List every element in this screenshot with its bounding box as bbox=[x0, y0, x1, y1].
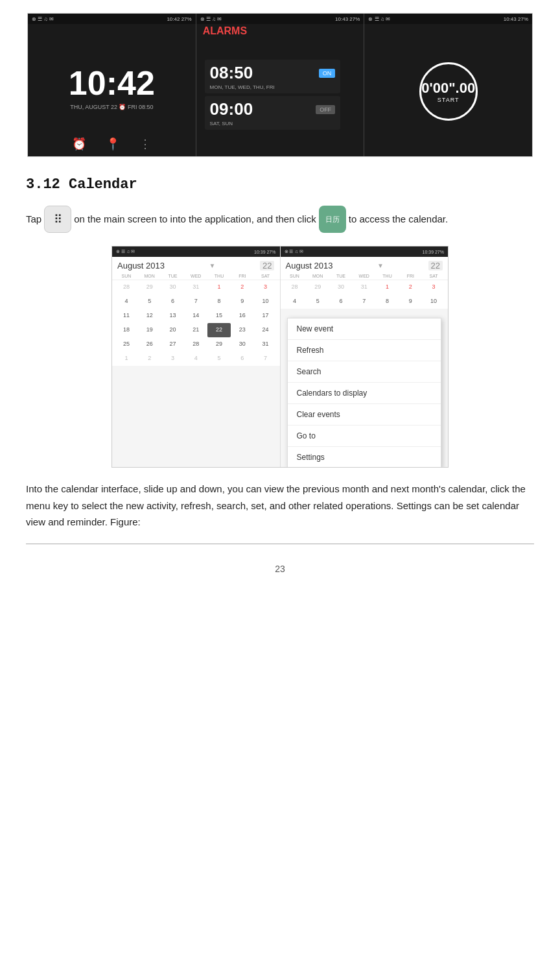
table-row[interactable]: 10 bbox=[422, 294, 445, 309]
table-row[interactable]: 29 bbox=[138, 280, 161, 294]
table-row[interactable]: 16 bbox=[231, 309, 254, 323]
table-row[interactable]: 1 bbox=[115, 352, 138, 366]
cal2-dropdown-icon: ▼ bbox=[377, 262, 384, 269]
table-row[interactable]: 30 bbox=[161, 280, 185, 294]
today-cell[interactable]: 22 bbox=[207, 323, 231, 337]
intro-paragraph: Tap ⠿ on the main screen to into the app… bbox=[26, 206, 534, 233]
app-launcher-icon[interactable]: ⠿ bbox=[44, 206, 71, 233]
menu-item-go-to[interactable]: Go to bbox=[288, 426, 441, 447]
cal2-day-number: 22 bbox=[428, 261, 443, 270]
table-row[interactable]: 25 bbox=[115, 337, 138, 352]
cal2-status-bar: ⊗ ☰ ♫ ✉ 10:39 27% bbox=[281, 246, 449, 257]
table-row[interactable]: 3 bbox=[422, 280, 445, 294]
table-row[interactable]: 29 bbox=[306, 280, 329, 294]
cal2-day-sun: SUN bbox=[283, 272, 307, 280]
table-row[interactable]: 17 bbox=[254, 309, 277, 323]
table-row[interactable]: 28 bbox=[184, 337, 207, 352]
table-row[interactable]: 5 bbox=[138, 294, 161, 309]
table-row[interactable]: 5 bbox=[207, 352, 231, 366]
calendar-screen-1: ⊗ ☰ ♫ ✉ 10:39 27% August 2013 ▼ 22 SUN M… bbox=[112, 246, 281, 467]
cal2-header: August 2013 ▼ 22 bbox=[281, 257, 449, 272]
table-row[interactable]: 6 bbox=[161, 294, 185, 309]
table-row[interactable]: 1 bbox=[376, 280, 399, 294]
cal1-header: August 2013 ▼ 22 bbox=[112, 257, 280, 272]
table-row[interactable]: 27 bbox=[161, 337, 185, 352]
table-row[interactable]: 4 bbox=[283, 294, 307, 309]
table-row[interactable]: 3 bbox=[254, 280, 277, 294]
cal1-status-right: 10:39 27% bbox=[254, 250, 275, 254]
table-row[interactable]: 15 bbox=[207, 309, 231, 323]
table-row[interactable]: 23 bbox=[231, 323, 254, 337]
table-row[interactable]: 7 bbox=[184, 294, 207, 309]
menu-item-refresh[interactable]: Refresh bbox=[288, 340, 441, 361]
table-row[interactable]: 30 bbox=[231, 337, 254, 352]
table-row[interactable]: 11 bbox=[115, 309, 138, 323]
table-row[interactable]: 4 bbox=[115, 294, 138, 309]
table-row[interactable]: 31 bbox=[184, 280, 207, 294]
cal1-day-number: 22 bbox=[260, 261, 274, 270]
intro-text-after: to access the calendar. bbox=[349, 211, 448, 228]
alarm-1-toggle[interactable]: ON bbox=[319, 69, 336, 78]
alarm-1-time: 08:50 bbox=[210, 63, 253, 83]
table-row[interactable]: 10 bbox=[254, 294, 277, 309]
alarm-screen: ⊗ ☰ ♫ ✉ 10:43 27% ALARMS 08:50 ON MON, T… bbox=[196, 14, 365, 156]
table-row[interactable]: 24 bbox=[254, 323, 277, 337]
table-row[interactable]: 7 bbox=[254, 352, 277, 366]
cal1-dropdown-icon: ▼ bbox=[209, 262, 216, 269]
table-row[interactable]: 7 bbox=[353, 294, 376, 309]
cal1-day-sat: SAT bbox=[254, 272, 277, 280]
table-row[interactable]: 2 bbox=[399, 280, 422, 294]
table-row[interactable]: 29 bbox=[207, 337, 231, 352]
table-row[interactable]: 12 bbox=[138, 309, 161, 323]
location-icon: 📍 bbox=[106, 137, 120, 151]
table-row[interactable]: 28 bbox=[283, 280, 307, 294]
menu-item-settings[interactable]: Settings bbox=[288, 447, 441, 467]
intro-text-before: Tap bbox=[26, 211, 41, 228]
stopwatch-status-right: 10:43 27% bbox=[504, 16, 528, 22]
table-row[interactable]: 13 bbox=[161, 309, 185, 323]
clock-screen: ⊗ ☰ ♫ ✉ 10:42 27% 10:42 THU, AUGUST 22 ⏰… bbox=[28, 14, 196, 156]
cal1-days-header: SUN MON TUE WED THU FRI SAT bbox=[112, 272, 280, 280]
table-row[interactable]: 3 bbox=[161, 352, 185, 366]
cal1-day-thu: THU bbox=[207, 272, 231, 280]
table-row[interactable]: 20 bbox=[161, 323, 185, 337]
table-row[interactable]: 28 bbox=[115, 280, 138, 294]
table-row[interactable]: 18 bbox=[115, 323, 138, 337]
menu-item-clear-events[interactable]: Clear events bbox=[288, 404, 441, 426]
table-row[interactable]: 8 bbox=[207, 294, 231, 309]
table-row[interactable]: 9 bbox=[399, 294, 422, 309]
table-row[interactable]: 31 bbox=[353, 280, 376, 294]
table-row[interactable]: 26 bbox=[138, 337, 161, 352]
table-row[interactable]: 6 bbox=[329, 294, 353, 309]
table-row[interactable]: 8 bbox=[376, 294, 399, 309]
table-row[interactable]: 31 bbox=[254, 337, 277, 352]
alarm-2-toggle[interactable]: OFF bbox=[316, 105, 335, 114]
table-row[interactable]: 19 bbox=[138, 323, 161, 337]
table-row[interactable]: 1 bbox=[207, 280, 231, 294]
stopwatch-status-left: ⊗ ☰ ♫ ✉ bbox=[368, 16, 390, 22]
top-screenshots-container: ⊗ ☰ ♫ ✉ 10:42 27% 10:42 THU, AUGUST 22 ⏰… bbox=[27, 13, 533, 157]
alarm-status-right: 10:43 27% bbox=[335, 16, 360, 22]
calendar-app-icon[interactable]: 日历 bbox=[319, 206, 346, 233]
stopwatch-screen: ⊗ ☰ ♫ ✉ 10:43 27% 0'00".00 START bbox=[364, 14, 532, 156]
cal2-day-sat: SAT bbox=[422, 272, 445, 280]
clock-date: THU, AUGUST 22 ⏰ FRI 08:50 bbox=[70, 104, 153, 110]
table-row[interactable]: 6 bbox=[231, 352, 254, 366]
table-row[interactable]: 4 bbox=[184, 352, 207, 366]
table-row[interactable]: 21 bbox=[184, 323, 207, 337]
cal1-month-title: August 2013 bbox=[117, 261, 165, 270]
clock-status-bar: ⊗ ☰ ♫ ✉ 10:42 27% bbox=[28, 14, 196, 24]
table-row[interactable]: 9 bbox=[231, 294, 254, 309]
menu-item-search[interactable]: Search bbox=[288, 361, 441, 383]
cal2-day-tue: TUE bbox=[329, 272, 353, 280]
table-row[interactable]: 30 bbox=[329, 280, 353, 294]
table-row[interactable]: 2 bbox=[231, 280, 254, 294]
table-row[interactable]: 5 bbox=[306, 294, 329, 309]
clock-status-left: ⊗ ☰ ♫ ✉ bbox=[32, 16, 54, 22]
stopwatch-display: 0'00".00 START bbox=[419, 62, 478, 121]
menu-item-new-event[interactable]: New event bbox=[288, 318, 441, 340]
menu-item-calendars-to-display[interactable]: Calendars to display bbox=[288, 383, 441, 404]
cal2-partial-grid: 28 29 30 31 1 2 3 4 5 6 7 8 9 10 bbox=[281, 280, 449, 309]
table-row[interactable]: 2 bbox=[138, 352, 161, 366]
table-row[interactable]: 14 bbox=[184, 309, 207, 323]
